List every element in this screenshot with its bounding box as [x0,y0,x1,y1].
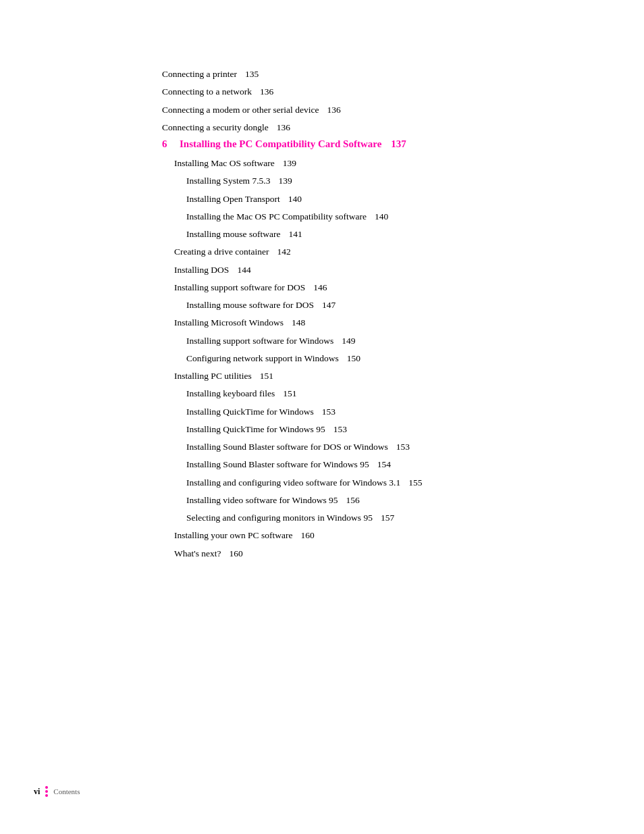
toc-row: Installing DOS 144 [174,263,590,277]
entry-text: Installing mouse software for DOS [186,298,314,312]
toc-row: Installing the Mac OS PC Compatibility s… [186,210,590,224]
page-num: 142 [277,245,291,259]
page-num: 147 [322,298,336,312]
toc-row: Installing your own PC software 160 [174,529,590,542]
entry-text: Connecting a modem or other serial devic… [162,103,319,117]
toc-row: What's next? 160 [174,547,590,561]
toc-row: Connecting a security dongle 136 [162,121,590,134]
toc-row: Configuring network support in Windows 1… [186,352,590,365]
toc-row: Installing System 7.5.3 139 [186,174,590,188]
entry-text: Installing Microsoft Windows [174,316,284,330]
page-num: 151 [260,369,273,383]
entry-text: Connecting a security dongle [162,121,269,134]
entry-text: Installing PC utilities [174,369,252,383]
toc-row: Connecting a printer 135 [162,68,590,81]
content-area: Connecting a printer 135 Connecting to a… [162,68,590,561]
page-num: 154 [377,458,391,471]
entry-text: Installing the Mac OS PC Compatibility s… [186,210,367,224]
page-num: 156 [346,494,360,507]
entry-text: Installing mouse software [186,228,280,241]
toc-row: Installing keyboard files 151 [186,387,590,400]
footer-page-number: vi [34,787,40,797]
page-num: 160 [300,529,314,542]
toc-row: Creating a drive container 142 [174,245,590,259]
toc-row: Installing QuickTime for Windows 95 153 [186,423,590,436]
entry-text: Installing keyboard files [186,387,275,400]
entry-text: Installing Sound Blaster software for Wi… [186,458,369,471]
entry-text: What's next? [174,547,221,561]
toc-row: Installing Microsoft Windows 148 [174,316,590,330]
entry-text: Installing System 7.5.3 [186,174,271,188]
toc-row: Installing mouse software for DOS 147 [186,298,590,312]
toc-row: Connecting a modem or other serial devic… [162,103,590,117]
entry-text: Installing support software for Windows [186,334,333,348]
footer-dot-3 [45,794,48,797]
entry-text: Installing your own PC software [174,529,292,542]
page-num: 146 [313,281,327,294]
footer-dot-2 [45,790,48,793]
entry-text: Connecting a printer [162,68,237,81]
page-num: 150 [347,352,360,365]
toc-row: Installing support software for DOS 146 [174,281,590,294]
page-num: 136 [327,103,340,117]
chapter-title: Installing the PC Compatibility Card Sof… [180,138,381,150]
entry-text: Installing QuickTime for Windows 95 [186,423,325,436]
entry-text: Installing support software for DOS [174,281,305,294]
entry-text: Installing Open Transport [186,192,280,206]
entry-text: Installing video software for Windows 95 [186,494,338,507]
page-num: 144 [237,263,250,277]
toc-row: Installing PC utilities 151 [174,369,590,383]
toc-row: Installing video software for Windows 95… [186,494,590,507]
page-num: 151 [283,387,296,400]
toc-row: Installing support software for Windows … [186,334,590,348]
chapter-page: 137 [391,138,406,150]
entry-text: Installing QuickTime for Windows [186,405,314,419]
chapter-heading: 6 Installing the PC Compatibility Card S… [162,138,590,150]
entry-text: Creating a drive container [174,245,269,259]
page-num: 140 [288,192,302,206]
page-container: Connecting a printer 135 Connecting to a… [0,0,644,834]
page-num: 139 [283,157,296,170]
toc-row: Connecting to a network 136 [162,85,590,99]
page-num: 136 [260,85,273,99]
toc-row: Installing Open Transport 140 [186,192,590,206]
entry-text: Installing DOS [174,263,229,277]
toc-row: Installing and configuring video softwar… [186,476,590,490]
entry-text: Selecting and configuring monitors in Wi… [186,511,373,525]
page-num: 141 [288,228,302,241]
page-num: 155 [408,476,422,490]
footer-dot-1 [45,786,48,789]
toc-row: Installing Mac OS software 139 [174,157,590,170]
entry-text: Configuring network support in Windows [186,352,339,365]
page-num: 153 [396,440,410,454]
page-num: 140 [375,210,388,224]
chapter-number: 6 [162,138,171,150]
footer: vi Contents [0,786,644,797]
page-num: 153 [333,423,347,436]
entry-text: Connecting to a network [162,85,252,99]
footer-decoration [45,786,48,797]
page-num: 139 [279,174,292,188]
entry-text: Installing Sound Blaster software for DO… [186,440,388,454]
page-num: 153 [322,405,336,419]
page-num: 160 [230,547,243,561]
page-num: 149 [342,334,355,348]
toc-row: Installing Sound Blaster software for Wi… [186,458,590,471]
page-num: 148 [292,316,305,330]
footer-section-label: Contents [53,787,80,796]
toc-row: Selecting and configuring monitors in Wi… [186,511,590,525]
entry-text: Installing Mac OS software [174,157,275,170]
toc-row: Installing Sound Blaster software for DO… [186,440,590,454]
toc-row: Installing QuickTime for Windows 153 [186,405,590,419]
page-num: 135 [245,68,259,81]
entry-text: Installing and configuring video softwar… [186,476,400,490]
page-num: 157 [381,511,394,525]
page-num: 136 [277,121,290,134]
toc-row: Installing mouse software 141 [186,228,590,241]
